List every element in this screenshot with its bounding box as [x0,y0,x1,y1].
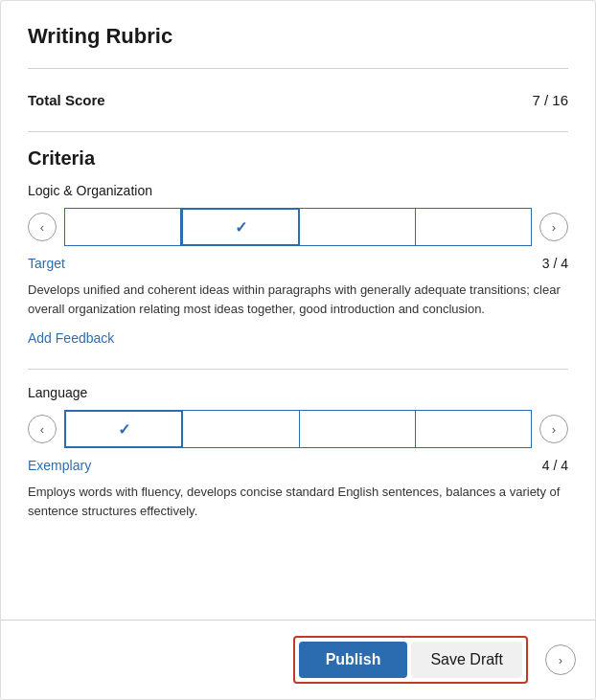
save-draft-button[interactable]: Save Draft [411,642,522,678]
checkmark-language: ✓ [118,420,130,439]
footer-next-button[interactable]: › [545,644,576,675]
checkmark-logic: ✓ [235,218,247,237]
cell-logic-3[interactable] [416,208,532,246]
cell-language-2[interactable] [300,410,416,448]
cells-row-language: ✓ [64,410,532,448]
slider-row-language: ‹ ✓ › [28,410,568,448]
description-logic: Develops unified and coherent ideas with… [28,281,568,318]
total-score-label: Total Score [28,92,105,108]
criteria-heading: Criteria [28,147,568,169]
total-score-value: 7 / 16 [532,92,568,108]
left-arrow-icon-language: ‹ [40,422,44,437]
add-feedback-logic[interactable]: Add Feedback [28,330,114,346]
prev-button-logic[interactable]: ‹ [28,213,57,241]
footer-right-arrow-icon: › [559,653,562,667]
cell-language-3[interactable] [416,410,532,448]
slider-row-logic: ‹ ✓ › [28,208,568,246]
cell-logic-1[interactable]: ✓ [181,208,300,246]
next-button-logic[interactable]: › [539,213,568,241]
score-row-logic: Target 3 / 4 [28,256,568,271]
prev-button-language[interactable]: ‹ [28,415,57,443]
cell-language-1[interactable] [183,410,299,448]
publish-button[interactable]: Publish [299,642,408,678]
next-button-language[interactable]: › [539,415,568,443]
right-arrow-icon-logic: › [552,220,556,235]
score-value-logic: 3 / 4 [542,256,568,271]
score-divider [28,131,568,132]
criterion-logic-organization: Logic & Organization ‹ ✓ [28,183,568,350]
score-value-language: 4 / 4 [542,458,568,473]
criterion-divider [28,369,568,370]
score-label-logic: Target [28,256,65,271]
content-area: Writing Rubric Total Score 7 / 16 Criter… [1,1,595,620]
footer: Publish Save Draft › [1,620,595,699]
page-title: Writing Rubric [28,24,568,49]
cells-row-logic: ✓ [64,208,532,246]
criterion-language: Language ‹ ✓ › [28,385,568,520]
left-arrow-icon-logic: ‹ [40,220,44,235]
right-arrow-icon-language: › [552,422,556,437]
cell-logic-0[interactable] [64,208,181,246]
criterion-label-logic: Logic & Organization [28,183,568,198]
title-divider [28,68,568,69]
score-label-language: Exemplary [28,458,91,473]
criterion-label-language: Language [28,385,568,400]
cell-language-0[interactable]: ✓ [64,410,183,448]
total-score-row: Total Score 7 / 16 [28,84,568,116]
footer-buttons-group: Publish Save Draft [293,636,528,684]
score-row-language: Exemplary 4 / 4 [28,458,568,473]
cell-logic-2[interactable] [300,208,416,246]
description-language: Employs words with fluency, develops con… [28,483,568,520]
main-container: Writing Rubric Total Score 7 / 16 Criter… [0,0,596,700]
